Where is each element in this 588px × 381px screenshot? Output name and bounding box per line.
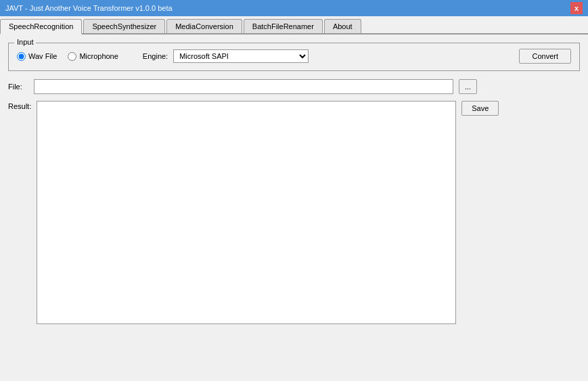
tab-batch-file-renamer[interactable]: BatchFileRenamer	[244, 19, 323, 33]
microphone-radio-label[interactable]: Microphone	[68, 52, 118, 61]
title-bar: JAVT - Just Another Voice Transformer v1…	[0, 0, 588, 16]
tab-bar: SpeechRecognition SpeechSynthesizer Medi…	[0, 16, 588, 35]
convert-button[interactable]: Convert	[519, 49, 571, 64]
result-textarea[interactable]	[37, 101, 456, 324]
input-group: Input Wav File Microphone Engine: Micros…	[8, 43, 580, 71]
wav-file-radio-label[interactable]: Wav File	[17, 52, 57, 61]
tab-media-conversion[interactable]: MediaConversion	[166, 19, 242, 33]
engine-section: Engine: Microsoft SAPI	[143, 49, 309, 63]
file-row: File: ...	[8, 79, 580, 94]
engine-select[interactable]: Microsoft SAPI	[173, 49, 309, 63]
title-text: JAVT - Just Another Voice Transformer v1…	[5, 4, 173, 12]
microphone-label: Microphone	[79, 52, 118, 60]
browse-button[interactable]: ...	[459, 79, 477, 94]
file-label: File:	[8, 83, 28, 91]
tab-speech-recognition[interactable]: SpeechRecognition	[0, 19, 82, 35]
input-legend: Input	[14, 38, 36, 46]
close-button[interactable]: x	[570, 2, 583, 14]
file-input[interactable]	[34, 79, 453, 94]
wav-file-label: Wav File	[28, 52, 57, 60]
main-content: Input Wav File Microphone Engine: Micros…	[0, 35, 588, 332]
tab-about[interactable]: About	[324, 19, 361, 33]
wav-file-radio[interactable]	[17, 52, 26, 61]
microphone-radio[interactable]	[68, 52, 76, 61]
result-label: Result:	[8, 101, 31, 110]
result-row: Result: Save	[8, 101, 580, 324]
tab-speech-synthesizer[interactable]: SpeechSynthesizer	[83, 19, 165, 33]
engine-label: Engine:	[143, 52, 168, 60]
save-button[interactable]: Save	[461, 101, 499, 116]
